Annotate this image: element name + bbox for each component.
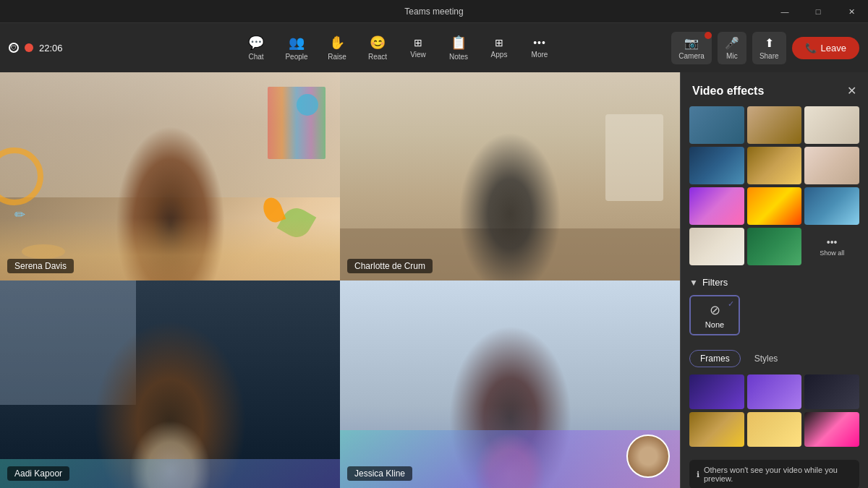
minimize-button[interactable]: — xyxy=(768,0,801,23)
react-button[interactable]: 😊 React xyxy=(359,30,396,65)
filter-none-row: ⊘ None ✓ xyxy=(689,295,859,343)
bg-thumb-7[interactable] xyxy=(689,187,744,225)
filters-label: Filters xyxy=(702,277,728,288)
mic-button[interactable]: 🎤 Mic xyxy=(718,32,746,64)
info-icon: ℹ xyxy=(697,470,699,479)
people-button[interactable]: 👥 People xyxy=(278,30,315,65)
video-grid: ✏ Serena Davis Charlotte de Crum xyxy=(0,72,680,488)
view-icon: ⊞ xyxy=(414,37,422,48)
share-label: Share xyxy=(760,52,779,60)
bg-thumb-1[interactable] xyxy=(689,106,744,144)
people-label: People xyxy=(285,53,307,61)
filter-thumb-2[interactable] xyxy=(747,374,802,409)
view-label: View xyxy=(410,51,426,59)
preview-info-bar: ℹ Others won't see your video while you … xyxy=(689,460,859,488)
view-button[interactable]: ⊞ View xyxy=(399,33,437,63)
chat-button[interactable]: 💬 Chat xyxy=(237,30,275,65)
raise-label: Raise xyxy=(328,53,346,61)
share-icon: ⬆ xyxy=(765,36,774,50)
planet-decoration xyxy=(0,147,43,205)
bg-thumb-2[interactable] xyxy=(747,106,802,144)
more-button[interactable]: ••• More xyxy=(521,33,558,63)
filter-tabs: Frames Styles xyxy=(689,350,859,367)
effects-bottom: ℹ Others won't see your video while you … xyxy=(681,453,868,488)
bg-thumb-9[interactable] xyxy=(804,187,859,225)
toolbar-center: 💬 Chat 👥 People ✋ Raise 😊 React ⊞ View 📋… xyxy=(95,30,700,65)
bg-thumb-3[interactable] xyxy=(804,106,859,144)
camera-button[interactable]: 📷 Camera xyxy=(671,32,712,64)
bg-thumb-5[interactable] xyxy=(747,147,802,184)
styles-tab[interactable]: Styles xyxy=(744,350,789,367)
people-icon: 👥 xyxy=(289,35,305,51)
filter-thumb-5[interactable] xyxy=(747,412,802,447)
bg-thumb-8[interactable] xyxy=(747,187,802,225)
raise-button[interactable]: ✋ Raise xyxy=(318,30,356,65)
maximize-button[interactable]: □ xyxy=(801,0,835,23)
apps-icon: ⊞ xyxy=(495,37,503,48)
mic-icon: 🎤 xyxy=(725,36,739,50)
filter-none-option[interactable]: ⊘ None ✓ xyxy=(689,295,740,335)
toolbar-left: 🛡 22:06 xyxy=(9,43,95,53)
react-icon: 😊 xyxy=(370,35,386,51)
none-circle-icon: ⊘ xyxy=(710,302,720,318)
video-cell-serena: ✏ Serena Davis xyxy=(0,72,340,281)
main-content: ✏ Serena Davis Charlotte de Crum xyxy=(0,72,868,488)
show-all-label: Show all xyxy=(820,249,844,257)
self-preview-thumbnail xyxy=(626,435,670,478)
filters-toggle[interactable]: ▼ Filters xyxy=(689,277,859,288)
background-thumbnails: ••• Show all xyxy=(681,106,868,271)
leaf-decoration xyxy=(277,202,317,242)
aadi-name-badge: Aadi Kapoor xyxy=(7,466,69,481)
notes-label: Notes xyxy=(449,53,468,61)
filter-thumb-4[interactable] xyxy=(689,412,744,447)
share-button[interactable]: ⬆ Share xyxy=(752,32,786,64)
show-all-dots-icon: ••• xyxy=(827,236,838,248)
serena-background-overlay: ✏ xyxy=(0,72,340,281)
chat-label: Chat xyxy=(248,53,263,61)
info-text: Others won't see your video while you pr… xyxy=(704,466,852,483)
selected-checkmark: ✓ xyxy=(728,299,734,309)
close-effects-panel-button[interactable]: ✕ xyxy=(847,84,856,98)
effects-panel: Video effects ✕ ••• Show all ▼ F xyxy=(680,72,868,488)
serena-name-badge: Serena Davis xyxy=(7,259,74,273)
window-controls: — □ ✕ xyxy=(768,0,868,23)
bg-thumb-11[interactable] xyxy=(747,228,802,265)
notes-button[interactable]: 📋 Notes xyxy=(440,30,477,65)
effects-header: Video effects ✕ xyxy=(681,72,868,106)
video-cell-charlotte: Charlotte de Crum xyxy=(340,72,680,281)
apps-button[interactable]: ⊞ Apps xyxy=(480,33,518,63)
charlotte-name-badge: Charlotte de Crum xyxy=(347,259,433,273)
bg-thumb-4[interactable] xyxy=(689,147,744,184)
bg-thumb-show-all[interactable]: ••• Show all xyxy=(804,228,859,265)
blue-orb-decoration xyxy=(297,94,318,116)
chevron-down-icon: ▼ xyxy=(689,278,698,288)
chat-icon: 💬 xyxy=(248,35,264,51)
video-cell-jessica: Jessica Kline xyxy=(340,281,680,489)
leave-button[interactable]: 📞 Leave xyxy=(792,37,859,59)
title-bar: Teams meeting — □ ✕ xyxy=(0,0,868,23)
bg-thumb-6[interactable] xyxy=(804,147,859,184)
jessica-name-badge: Jessica Kline xyxy=(347,466,412,481)
petal-decoration xyxy=(260,194,286,224)
filter-thumb-1[interactable] xyxy=(689,374,744,409)
filter-thumb-3[interactable] xyxy=(804,374,859,409)
charlotte-bg xyxy=(340,72,680,281)
raise-icon: ✋ xyxy=(329,35,345,51)
mic-label: Mic xyxy=(726,52,738,60)
apps-label: Apps xyxy=(491,51,508,59)
filters-section: ▼ Filters ⊘ None ✓ Frames Styles xyxy=(681,271,868,453)
camera-icon: 📷 xyxy=(684,36,699,50)
window-title: Teams meeting xyxy=(404,7,463,17)
more-icon: ••• xyxy=(533,37,546,48)
filter-none-label: None xyxy=(705,320,724,329)
camera-label: Camera xyxy=(678,52,705,60)
bg-thumb-10[interactable] xyxy=(689,228,744,265)
filter-thumb-6[interactable] xyxy=(804,412,859,447)
meeting-toolbar: 🛡 22:06 💬 Chat 👥 People ✋ Raise 😊 React … xyxy=(0,23,868,72)
video-cell-aadi: Aadi Kapoor xyxy=(0,281,340,489)
frames-tab[interactable]: Frames xyxy=(689,350,741,367)
close-button[interactable]: ✕ xyxy=(835,0,868,23)
aadi-bg xyxy=(0,281,340,489)
toolbar-right: 📷 Camera 🎤 Mic ⬆ Share 📞 Leave xyxy=(700,32,859,64)
meeting-time: 22:06 xyxy=(39,43,63,53)
